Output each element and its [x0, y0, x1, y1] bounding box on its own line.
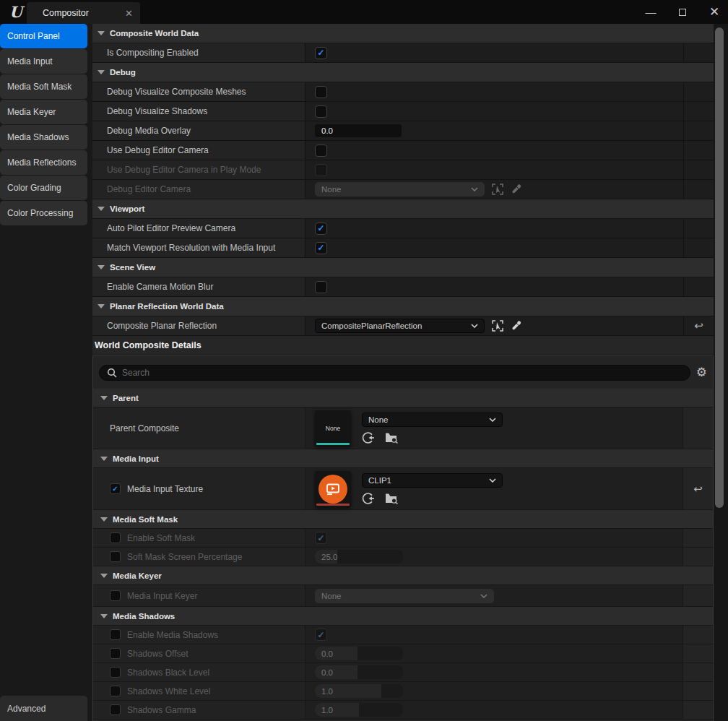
property-row: ✓ Media Input Keyer None: [93, 585, 713, 607]
control-panel-properties: Composite World Data Is Compositing Enab…: [92, 24, 714, 721]
search-input[interactable]: [122, 368, 682, 378]
section-header-media-input[interactable]: Media Input: [93, 449, 713, 468]
collapse-triangle-icon[interactable]: [98, 304, 105, 308]
unreal-logo-icon: U: [6, 1, 26, 22]
property-row: Composite Planar Reflection CompositePla…: [92, 316, 714, 336]
reset-to-default-icon[interactable]: ↩: [694, 319, 703, 332]
property-label: Soft Mask Screen Percentage: [127, 552, 242, 562]
debug-media-overlay-input[interactable]: 0.0: [315, 124, 402, 137]
collapse-triangle-icon[interactable]: [100, 396, 108, 400]
property-label: Use Debug Editor Camera: [107, 145, 209, 155]
property-label: Shadows White Level: [127, 686, 210, 696]
shadows-white-level-input: 1.0: [315, 684, 403, 698]
settings-gear-icon[interactable]: ⚙: [696, 366, 707, 379]
collapse-triangle-icon[interactable]: [98, 31, 105, 35]
thumbnail-type-bar: [316, 504, 350, 506]
reset-to-default-icon[interactable]: ↩: [693, 483, 703, 496]
sidebar-item-media-soft-mask[interactable]: Media Soft Mask: [0, 74, 87, 99]
section-header-viewport[interactable]: Viewport: [92, 199, 714, 219]
property-label: Auto Pilot Editor Preview Camera: [107, 223, 235, 233]
sidebar: Control Panel Media Input Media Soft Mas…: [0, 24, 92, 721]
property-label: Use Debug Editor Camera in Play Mode: [107, 165, 261, 175]
property-row: Debug Editor Camera None: [92, 180, 714, 199]
enable-soft-mask-override-checkbox[interactable]: ✓: [110, 532, 121, 543]
property-row: ✓ Shadows Black Level 0.0: [93, 663, 713, 682]
enable-media-shadows-override-checkbox[interactable]: ✓: [110, 629, 121, 640]
auto-pilot-editor-preview-camera-checkbox[interactable]: ✓: [315, 223, 327, 235]
tab-compositor[interactable]: Compositor ✕: [27, 2, 140, 24]
minimize-button[interactable]: —: [644, 6, 657, 18]
property-row: ✓ Shadows Offset 0.0: [93, 644, 713, 663]
property-row: Match Viewport Resolution with Media Inp…: [92, 238, 714, 258]
scrollbar-thumb[interactable]: [715, 27, 724, 508]
section-header-media-soft-mask[interactable]: Media Soft Mask: [93, 510, 713, 529]
search-icon: [107, 368, 117, 378]
collapse-triangle-icon[interactable]: [98, 70, 105, 74]
shadows-white-level-override-checkbox[interactable]: ✓: [110, 686, 121, 696]
debug-editor-camera-dropdown: None: [315, 182, 485, 197]
collapse-triangle-icon[interactable]: [98, 207, 105, 211]
property-label: Shadows Offset: [127, 649, 188, 659]
collapse-triangle-icon[interactable]: [98, 265, 105, 269]
media-input-keyer-override-checkbox[interactable]: ✓: [110, 590, 121, 601]
sidebar-item-color-processing[interactable]: Color Processing: [0, 201, 87, 225]
shadows-black-level-override-checkbox[interactable]: ✓: [110, 667, 121, 678]
soft-mask-screen-percentage-override-checkbox[interactable]: ✓: [110, 551, 121, 562]
chevron-down-icon: [471, 324, 478, 328]
composite-planar-reflection-dropdown[interactable]: CompositePlanarReflection: [315, 319, 485, 333]
property-row: Use Debug Editor Camera in Play Mode ✓: [92, 160, 714, 180]
sidebar-item-control-panel[interactable]: Control Panel: [0, 24, 87, 48]
section-header-media-shadows[interactable]: Media Shadows: [93, 607, 713, 626]
enable-camera-motion-blur-checkbox[interactable]: ✓: [315, 281, 327, 293]
enable-soft-mask-checkbox: ✓: [315, 532, 327, 544]
use-selected-asset-icon[interactable]: [362, 492, 375, 505]
collapse-triangle-icon[interactable]: [100, 517, 108, 522]
match-viewport-resolution-checkbox[interactable]: ✓: [315, 242, 327, 254]
enable-media-shadows-checkbox: ✓: [315, 629, 327, 641]
media-input-texture-override-checkbox[interactable]: ✓: [110, 483, 121, 494]
section-header-composite-world-data[interactable]: Composite World Data: [92, 24, 714, 43]
search-bar[interactable]: [99, 365, 690, 381]
parent-composite-thumbnail[interactable]: None: [315, 410, 351, 446]
debug-visualize-shadows-checkbox[interactable]: ✓: [315, 105, 327, 118]
shadows-offset-override-checkbox[interactable]: ✓: [110, 648, 121, 659]
use-debug-editor-camera-checkbox[interactable]: ✓: [315, 144, 327, 157]
shadows-gamma-override-checkbox[interactable]: ✓: [110, 704, 121, 715]
section-header-debug[interactable]: Debug: [92, 63, 714, 82]
is-compositing-enabled-checkbox[interactable]: ✓: [315, 47, 327, 59]
sidebar-item-media-reflections[interactable]: Media Reflections: [0, 150, 87, 175]
property-row: ✓ Enable Soft Mask ✓: [93, 529, 713, 548]
sidebar-item-color-grading[interactable]: Color Grading: [0, 176, 87, 200]
chevron-down-icon: [480, 594, 488, 598]
property-row: Use Debug Editor Camera ✓: [92, 141, 714, 160]
section-header-parent[interactable]: Parent: [93, 389, 713, 407]
sidebar-item-media-input[interactable]: Media Input: [0, 49, 87, 74]
property-row: ✓ Media Input Texture CL: [93, 468, 713, 510]
sidebar-item-advanced[interactable]: Advanced: [0, 696, 87, 721]
debug-visualize-composite-meshes-checkbox[interactable]: ✓: [315, 86, 327, 98]
sidebar-item-media-keyer[interactable]: Media Keyer: [0, 100, 87, 124]
media-input-texture-thumbnail[interactable]: [315, 471, 351, 507]
browse-to-asset-icon[interactable]: [385, 432, 399, 444]
browse-to-asset-icon[interactable]: [385, 493, 399, 504]
close-button[interactable]: ✕: [708, 4, 721, 20]
property-label: Enable Media Shadows: [127, 630, 218, 640]
collapse-triangle-icon[interactable]: [100, 614, 108, 618]
sidebar-item-media-shadows[interactable]: Media Shadows: [0, 125, 87, 150]
use-selected-asset-icon[interactable]: [362, 431, 375, 444]
tab-close-icon[interactable]: ✕: [125, 8, 133, 19]
section-header-scene-view[interactable]: Scene View: [92, 258, 714, 277]
pick-actor-icon: [491, 183, 504, 196]
section-header-media-keyer[interactable]: Media Keyer: [93, 566, 713, 585]
eyedropper-icon[interactable]: [511, 320, 522, 332]
media-input-texture-dropdown[interactable]: CLIP1: [362, 473, 503, 488]
collapse-triangle-icon[interactable]: [100, 457, 108, 461]
collapse-triangle-icon[interactable]: [100, 574, 108, 578]
maximize-button[interactable]: [676, 6, 689, 18]
parent-composite-dropdown[interactable]: None: [362, 413, 503, 427]
scrollbar-track[interactable]: [714, 24, 725, 721]
section-header-planar-reflection[interactable]: Planar Reflection World Data: [92, 297, 714, 316]
property-label: Enable Camera Motion Blur: [107, 282, 213, 292]
property-row: Is Compositing Enabled ✓: [92, 43, 714, 63]
pick-actor-icon[interactable]: [491, 319, 504, 332]
